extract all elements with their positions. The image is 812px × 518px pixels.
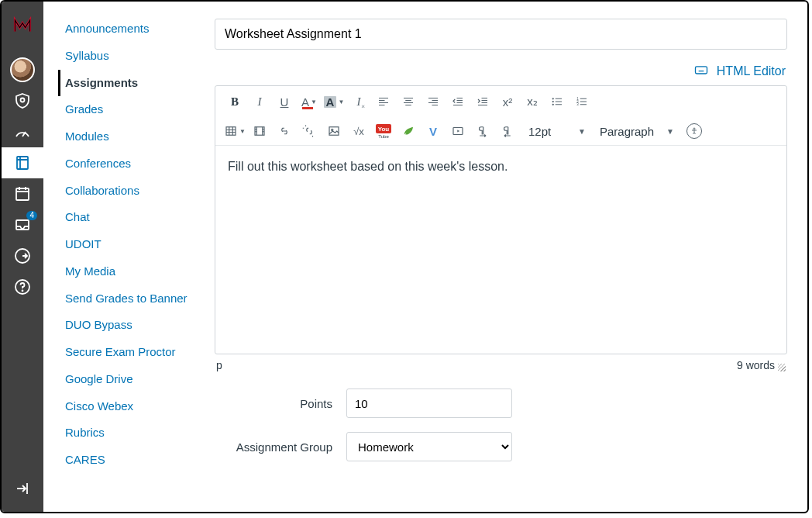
embed-video-button[interactable] bbox=[446, 120, 470, 142]
course-nav-secure-exam[interactable]: Secure Exam Proctor bbox=[58, 339, 194, 366]
course-nav-grades[interactable]: Grades bbox=[58, 96, 194, 123]
course-nav-syllabus[interactable]: Syllabus bbox=[58, 43, 194, 70]
font-color-button[interactable]: A▼ bbox=[298, 91, 321, 112]
svg-rect-5 bbox=[16, 188, 29, 200]
unlink-icon bbox=[302, 124, 316, 138]
institution-logo[interactable] bbox=[7, 9, 38, 40]
assignment-group-select[interactable]: Homework bbox=[346, 432, 512, 461]
numbered-list-icon: 123 bbox=[575, 95, 589, 109]
align-center-button[interactable] bbox=[397, 91, 420, 112]
ltr-button[interactable] bbox=[471, 120, 494, 142]
svg-text:3: 3 bbox=[576, 102, 579, 106]
external-tool-button[interactable] bbox=[397, 120, 420, 142]
italic-button[interactable]: I bbox=[248, 91, 271, 112]
rtl-button[interactable] bbox=[496, 120, 519, 142]
youtube-button[interactable]: YouTube bbox=[372, 120, 395, 142]
course-nav-my-media[interactable]: My Media bbox=[58, 258, 194, 285]
link-icon bbox=[277, 124, 291, 138]
table-button[interactable]: ▼ bbox=[223, 120, 246, 142]
nav-inbox[interactable]: 4 bbox=[2, 209, 43, 240]
points-input[interactable] bbox=[346, 388, 512, 418]
nav-commons[interactable] bbox=[2, 240, 43, 271]
html-editor-toggle[interactable]: HTML Editor bbox=[717, 64, 786, 78]
nav-account[interactable] bbox=[2, 54, 43, 85]
superscript-button[interactable]: x² bbox=[496, 91, 519, 112]
image-icon bbox=[327, 124, 341, 138]
align-right-button[interactable] bbox=[421, 91, 445, 112]
pilcrow-rtl-icon bbox=[501, 124, 514, 138]
commons-share-icon bbox=[13, 247, 32, 265]
vimeo-button[interactable]: V bbox=[421, 120, 445, 142]
editor-resize-handle[interactable] bbox=[778, 364, 786, 371]
points-label: Points bbox=[215, 397, 346, 410]
assignment-group-label: Assignment Group bbox=[215, 440, 346, 454]
course-nav-udoit[interactable]: UDOIT bbox=[58, 231, 194, 258]
block-format-select[interactable]: Paragraph▼ bbox=[592, 120, 679, 142]
editor-textarea[interactable]: Fill out this worksheet based on this we… bbox=[215, 146, 786, 354]
keyboard-icon bbox=[693, 62, 709, 78]
nav-admin[interactable] bbox=[2, 85, 43, 116]
svg-rect-2 bbox=[17, 157, 28, 169]
course-nav-collaborations[interactable]: Collaborations bbox=[58, 178, 194, 205]
editor-path[interactable]: p bbox=[216, 359, 222, 371]
bold-button[interactable]: B bbox=[223, 91, 246, 112]
keyboard-shortcuts-button[interactable] bbox=[693, 62, 709, 81]
course-nav-google-drive[interactable]: Google Drive bbox=[58, 366, 194, 393]
course-nav-conferences[interactable]: Conferences bbox=[58, 150, 194, 178]
course-nav-cisco-webex[interactable]: Cisco Webex bbox=[58, 393, 194, 420]
indent-button[interactable] bbox=[471, 91, 494, 112]
course-nav-rubrics[interactable]: Rubrics bbox=[58, 420, 194, 447]
person-icon bbox=[690, 126, 699, 136]
nav-dashboard[interactable] bbox=[2, 116, 43, 147]
svg-point-46 bbox=[552, 104, 554, 105]
unlink-button[interactable] bbox=[298, 120, 321, 142]
editor-toolbar: B I U A▼ A▼ I× x² x₂ 123 ▼ bbox=[215, 86, 786, 146]
course-nav-cares[interactable]: CARES bbox=[58, 447, 194, 474]
book-icon bbox=[13, 154, 32, 172]
align-left-button[interactable] bbox=[372, 91, 395, 112]
background-color-button[interactable]: A▼ bbox=[322, 91, 346, 112]
underline-button[interactable]: U bbox=[273, 91, 296, 112]
subscript-button[interactable]: x₂ bbox=[521, 91, 544, 112]
link-button[interactable] bbox=[273, 120, 296, 142]
course-nav-modules[interactable]: Modules bbox=[58, 123, 194, 150]
svg-point-75 bbox=[693, 128, 695, 130]
bullet-list-icon bbox=[550, 95, 564, 109]
nav-collapse-toggle[interactable] bbox=[2, 473, 43, 504]
inbox-badge: 4 bbox=[26, 211, 37, 220]
insert-media-button[interactable] bbox=[248, 120, 271, 142]
film-icon bbox=[253, 124, 267, 138]
course-nav-chat[interactable]: Chat bbox=[58, 204, 194, 231]
leaf-icon bbox=[401, 124, 415, 138]
outdent-button[interactable] bbox=[446, 91, 470, 112]
course-nav: Announcements Syllabus Assignments Grade… bbox=[43, 2, 194, 512]
math-button[interactable]: √x bbox=[347, 120, 370, 142]
word-count: 9 words bbox=[737, 359, 775, 371]
font-size-select[interactable]: 12pt▼ bbox=[521, 120, 590, 142]
align-right-icon bbox=[426, 95, 440, 109]
course-nav-assignments[interactable]: Assignments bbox=[58, 70, 194, 97]
global-nav: 4 bbox=[2, 2, 43, 512]
clear-formatting-button[interactable]: I× bbox=[347, 91, 370, 112]
assignment-title-input[interactable] bbox=[215, 19, 787, 50]
nav-help[interactable] bbox=[2, 271, 43, 302]
bullet-list-button[interactable] bbox=[545, 91, 569, 112]
accessibility-checker-button[interactable] bbox=[686, 123, 702, 139]
table-icon bbox=[224, 124, 238, 138]
pilcrow-ltr-icon bbox=[476, 124, 490, 138]
svg-point-44 bbox=[552, 98, 554, 99]
svg-rect-56 bbox=[226, 127, 236, 136]
course-nav-send-grades[interactable]: Send Grades to Banner bbox=[58, 285, 194, 313]
assignment-edit-main: HTML Editor B I U A▼ A▼ I× x² x₂ 123 bbox=[194, 2, 807, 512]
course-nav-announcements[interactable]: Announcements bbox=[58, 16, 194, 43]
numbered-list-button[interactable]: 123 bbox=[570, 91, 594, 112]
outdent-icon bbox=[451, 95, 465, 109]
indent-icon bbox=[476, 95, 490, 109]
nav-calendar[interactable] bbox=[2, 178, 43, 209]
course-nav-duo-bypass[interactable]: DUO Bypass bbox=[58, 312, 194, 339]
image-button[interactable] bbox=[322, 120, 346, 142]
nav-courses[interactable] bbox=[2, 147, 43, 178]
align-left-icon bbox=[377, 95, 391, 109]
help-icon bbox=[13, 278, 32, 296]
video-play-icon bbox=[451, 124, 465, 138]
